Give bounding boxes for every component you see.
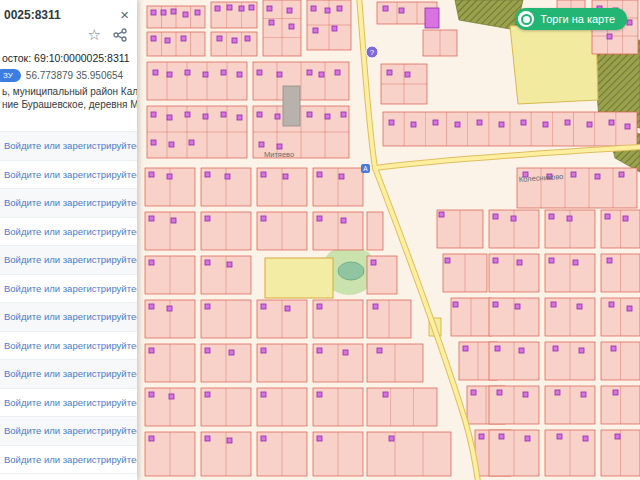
building[interactable] — [607, 34, 612, 39]
building[interactable] — [605, 214, 610, 219]
building[interactable] — [183, 12, 188, 17]
building[interactable] — [495, 346, 500, 351]
building[interactable] — [261, 436, 266, 441]
building[interactable] — [277, 72, 282, 77]
building[interactable] — [565, 120, 570, 125]
building[interactable] — [577, 304, 582, 309]
building[interactable] — [463, 346, 468, 351]
favorite-star-icon[interactable]: ☆ — [88, 28, 101, 42]
building[interactable] — [151, 112, 156, 117]
building[interactable] — [411, 122, 416, 127]
building[interactable] — [167, 72, 172, 77]
building[interactable] — [171, 9, 176, 14]
building[interactable] — [217, 36, 222, 41]
building[interactable] — [149, 172, 154, 177]
building[interactable] — [267, 6, 272, 11]
building[interactable] — [171, 218, 176, 223]
building[interactable] — [161, 10, 166, 15]
building[interactable] — [239, 6, 244, 11]
building[interactable] — [307, 112, 312, 117]
building[interactable] — [343, 350, 348, 355]
building[interactable] — [269, 20, 274, 25]
building[interactable] — [493, 258, 498, 263]
building[interactable] — [261, 172, 266, 177]
building[interactable] — [377, 348, 382, 353]
large-gray-building[interactable] — [283, 86, 300, 126]
auth-link[interactable]: Войдите или зарегистрируйтесь — [4, 254, 137, 265]
building[interactable] — [455, 122, 460, 127]
cadastral-parcel[interactable] — [367, 388, 437, 426]
building[interactable] — [237, 72, 242, 77]
poi-question-marker[interactable]: ? — [366, 46, 378, 58]
bus-stop-marker[interactable]: А — [361, 164, 370, 173]
building[interactable] — [317, 216, 322, 221]
auth-link[interactable]: Войдите или зарегистрируйтесь — [4, 197, 137, 208]
building[interactable] — [307, 70, 312, 75]
building[interactable] — [149, 304, 154, 309]
building[interactable] — [543, 122, 548, 127]
building[interactable] — [399, 8, 404, 13]
building[interactable] — [611, 346, 616, 351]
cadastral-parcel[interactable] — [147, 62, 247, 100]
building[interactable] — [609, 302, 614, 307]
building[interactable] — [195, 10, 200, 15]
building[interactable] — [549, 214, 554, 219]
building[interactable] — [383, 392, 388, 397]
cadastral-parcel[interactable] — [367, 432, 451, 476]
building[interactable] — [205, 304, 210, 309]
building[interactable] — [261, 392, 266, 397]
building[interactable] — [205, 392, 210, 397]
building[interactable] — [341, 218, 346, 223]
building[interactable] — [587, 122, 592, 127]
building[interactable] — [325, 114, 330, 119]
building[interactable] — [387, 70, 392, 75]
building[interactable] — [439, 212, 444, 217]
building[interactable] — [289, 24, 294, 29]
building[interactable] — [523, 392, 528, 397]
building[interactable] — [317, 348, 322, 353]
map-canvas[interactable]: Митяево Колесниково ? А — [137, 0, 640, 480]
building[interactable] — [595, 174, 600, 179]
building[interactable] — [511, 216, 516, 221]
building[interactable] — [169, 142, 174, 147]
land-zone-yellow[interactable] — [510, 22, 598, 104]
building[interactable] — [165, 38, 170, 43]
building[interactable] — [373, 304, 378, 309]
building[interactable] — [477, 120, 482, 125]
building[interactable] — [227, 438, 232, 443]
building[interactable] — [337, 6, 342, 11]
building[interactable] — [261, 216, 266, 221]
building[interactable] — [551, 302, 556, 307]
building[interactable] — [571, 172, 576, 177]
building[interactable] — [517, 260, 522, 265]
building[interactable] — [471, 390, 476, 395]
building[interactable] — [287, 8, 292, 13]
auth-link[interactable]: Войдите или зарегистрируйтесь — [4, 283, 137, 294]
building[interactable] — [317, 392, 322, 397]
building[interactable] — [151, 36, 156, 41]
close-icon[interactable]: × — [120, 8, 129, 22]
building[interactable] — [205, 436, 210, 441]
building[interactable] — [167, 306, 172, 311]
building[interactable] — [339, 174, 344, 179]
torgi-on-map-button[interactable]: Торги на карте — [515, 8, 627, 30]
building[interactable] — [383, 6, 388, 11]
share-icon[interactable] — [113, 28, 127, 42]
building[interactable] — [149, 348, 154, 353]
building[interactable] — [149, 216, 154, 221]
building[interactable] — [257, 70, 262, 75]
building[interactable] — [433, 120, 438, 125]
auth-link[interactable]: Войдите или зарегистрируйтесь — [4, 397, 137, 408]
building[interactable] — [149, 436, 154, 441]
building[interactable] — [499, 434, 504, 439]
building[interactable] — [215, 6, 220, 11]
building[interactable] — [261, 348, 266, 353]
building[interactable] — [261, 304, 266, 309]
building[interactable] — [521, 120, 526, 125]
building[interactable] — [371, 260, 376, 265]
building[interactable] — [277, 144, 282, 149]
cadastral-parcel[interactable] — [367, 212, 383, 250]
building[interactable] — [609, 120, 614, 125]
building[interactable] — [189, 140, 194, 145]
building[interactable] — [553, 346, 558, 351]
